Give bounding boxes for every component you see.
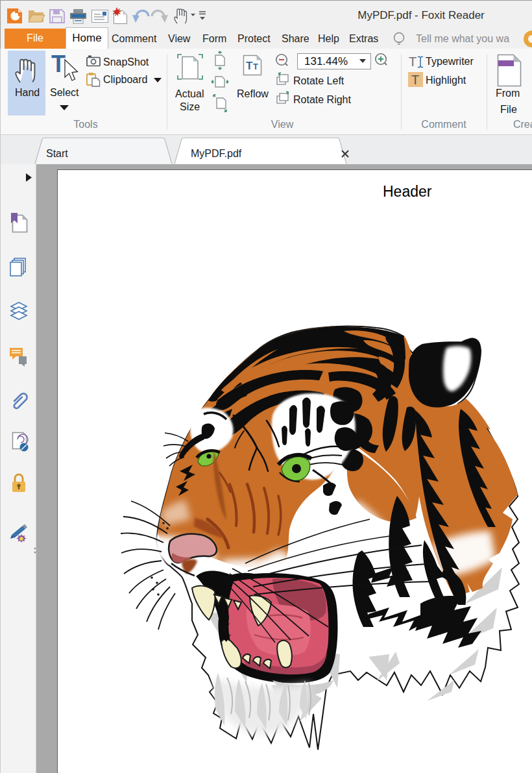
svg-text:T: T [253,62,258,71]
svg-text:T: T [246,60,253,72]
svg-text:T: T [409,55,417,69]
svg-text:131.44%: 131.44% [304,55,348,67]
svg-text:MyPDF.pdf: MyPDF.pdf [191,148,242,159]
svg-text:Start: Start [46,148,68,159]
svg-text:T: T [51,51,66,77]
svg-text:T: T [411,73,419,87]
